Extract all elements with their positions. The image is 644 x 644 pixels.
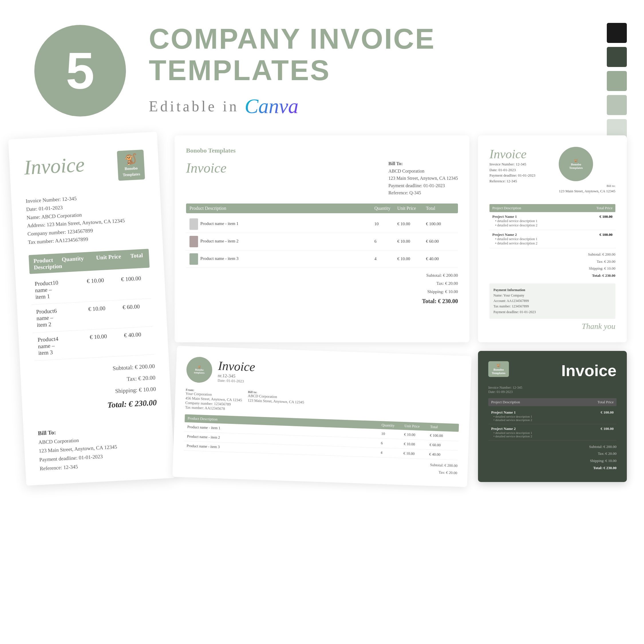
- table-row: Product name – item 3 4 € 10.00 € 40.00: [33, 327, 154, 361]
- table-row: Product name - item 2 6€ 10.00€ 60.00: [186, 233, 458, 250]
- dark-project-row-1: Project Name 1 € 100.00 • detailed servi…: [488, 408, 617, 424]
- mid-title: Invoice: [186, 160, 226, 197]
- dark-project-row-2: Project Name 2 € 100.00 • detailed servi…: [488, 424, 617, 440]
- number-badge: 5: [34, 25, 126, 116]
- invoice-right: Invoice Invoice Number: 12-345 Date: 01-…: [478, 135, 627, 342]
- invoice-large-title: Invoice: [23, 153, 85, 180]
- bot-mid-header: 🐒Bonobotemplates Invoice nr.12-345 Date:…: [186, 356, 461, 392]
- mid-header: Invoice Bill To: ABCD Corporation 123 Ma…: [186, 160, 458, 197]
- bot-right-info: Invoice Number: 12-345 Date: 01-09-2023: [488, 386, 617, 394]
- subtitle-row: Editable in Canva: [149, 94, 610, 118]
- title-block: COMPANY INVOICE TEMPLATES Editable in Ca…: [149, 23, 610, 118]
- badge-number: 5: [66, 45, 94, 96]
- swatch-3: [607, 71, 627, 91]
- invoice-bot-right: 🐒 BonoboTemplates Invoice Invoice Number…: [478, 351, 627, 482]
- invoice-bot-mid: 🐒Bonobotemplates Invoice nr.12-345 Date:…: [172, 346, 471, 487]
- mid-table-header: Product Description Quantity Unit Price …: [186, 204, 458, 213]
- canva-logo: Canva: [245, 94, 299, 118]
- invoice-large-info: Invoice Number: 12-345 Date: 01-01-2023 …: [25, 191, 148, 247]
- dark-monkey-logo: 🐒 BonoboTemplates: [488, 361, 509, 377]
- swatch-4: [607, 95, 627, 115]
- table-row: Product name - item 3 4€ 10.00€ 40.00: [186, 250, 458, 268]
- invoice-mid: Bonobo Templates Invoice Bill To: ABCD C…: [175, 135, 469, 342]
- bot-mid-badge: 🐒Bonobotemplates: [186, 356, 213, 383]
- right-totals: Subtotal: € 200.00 Tax: € 20.00 Shipping…: [489, 251, 615, 279]
- thank-you-text: Thank you: [489, 322, 615, 331]
- monkey-logo-large: 🐒 BonoboTemplates: [117, 150, 145, 181]
- right-header: Invoice Invoice Number: 12-345 Date: 01-…: [489, 147, 615, 198]
- editable-text: Editable in: [149, 98, 239, 115]
- swatch-1: [607, 23, 627, 43]
- table-row: Product name - item 1 10€ 10.00€ 100.00: [186, 216, 458, 233]
- dark-table-header: Project Description Total Price: [488, 398, 617, 406]
- main-title: COMPANY INVOICE TEMPLATES: [149, 23, 610, 86]
- right-table-header: Project Description Total Price: [489, 204, 615, 212]
- invoice-large-header: Invoice 🐒 BonoboTemplates: [23, 150, 145, 186]
- bot-right-title: Invoice: [561, 361, 617, 380]
- bot-mid-title: Invoice: [218, 358, 255, 374]
- bot-right-header: 🐒 BonoboTemplates Invoice: [488, 361, 617, 380]
- mid-totals: Subtotal: € 200.00 Tax: € 20.00 Shipping…: [186, 271, 458, 307]
- invoice-large-bill-to: Bill To: ABCD Corporation 123 Main Stree…: [38, 422, 160, 473]
- right-circle-logo: 🐒BonoboTemplates: [559, 147, 593, 181]
- invoice-large-totals: Subtotal: € 200.00 Tax: € 20.00 Shipping…: [34, 360, 157, 417]
- payment-info-box: Payment Information Name: Your Company A…: [489, 283, 615, 319]
- mid-info: Bill To: ABCD Corporation 123 Main Stree…: [388, 160, 458, 197]
- swatch-2: [607, 47, 627, 67]
- mid-brand: Bonobo Templates: [186, 147, 458, 154]
- preview-grid: Invoice 🐒 BonoboTemplates Invoice Number…: [0, 135, 644, 499]
- invoice-large-table-header: Product Description Quantity Unit Price …: [29, 249, 150, 274]
- invoice-large: Invoice 🐒 BonoboTemplates Invoice Number…: [8, 132, 175, 486]
- project-row-1: Project Name 1 € 100.00 • detailed servi…: [489, 212, 615, 230]
- top-section: 5 COMPANY INVOICE TEMPLATES Editable in …: [0, 0, 644, 135]
- right-title: Invoice: [489, 147, 526, 161]
- project-row-2: Project Name 2 € 100.00 • detailed servi…: [489, 230, 615, 248]
- dark-totals: Subtotal: € 200.00 Tax: € 20.00 Shipping…: [488, 443, 617, 472]
